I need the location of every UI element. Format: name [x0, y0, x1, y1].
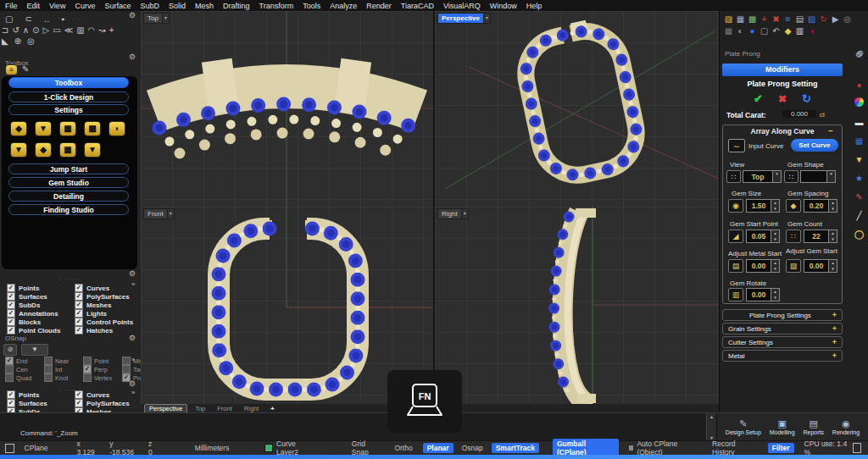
bezel-icon[interactable]: ◆ — [35, 142, 52, 158]
plane-icon[interactable]: ▶ — [830, 14, 841, 25]
hatch-tool-icon[interactable]: ▥ — [76, 25, 84, 36]
spinner[interactable]: ▴▾ — [771, 288, 780, 301]
record-history-toggle[interactable]: Record History — [712, 440, 758, 456]
osnap-toggle[interactable]: Osnap — [462, 444, 483, 452]
globe-icon[interactable]: ◎ — [842, 14, 853, 25]
osnap-disable-icon[interactable]: ⊘ — [3, 344, 17, 356]
curve-tool-icon[interactable]: ∧ — [23, 25, 29, 36]
checkbox-polysurfaces[interactable]: ✓ — [75, 399, 83, 407]
circle-tool-icon[interactable]: ⊙ — [32, 25, 39, 36]
orient-icon[interactable]: ⊕ — [14, 36, 21, 47]
spinner[interactable]: ▴▾ — [771, 199, 780, 213]
spinner[interactable]: ▴▾ — [829, 230, 837, 243]
adjust-metal-start-value[interactable]: 0.00 — [746, 259, 771, 273]
checkbox-surfaces[interactable]: ✓ — [7, 292, 15, 301]
layers-icon[interactable]: ≡ — [782, 14, 793, 25]
grid-snap-toggle[interactable]: Grid Snap — [352, 440, 383, 456]
gem-grid-icon[interactable]: ▩ — [84, 121, 101, 136]
view-dropdown[interactable]: Top ▾ — [743, 170, 782, 183]
menu-edit[interactable]: Edit — [27, 2, 41, 10]
refresh-icon[interactable]: ↻ — [802, 92, 811, 105]
undo-icon[interactable]: ↶ — [771, 25, 782, 36]
spin-down-icon[interactable]: ▾ — [829, 266, 837, 272]
toolbox-button[interactable]: Toolbox — [8, 77, 129, 88]
spiral-icon[interactable]: ◎ — [27, 36, 35, 47]
cplane-button[interactable]: CPlane — [25, 444, 48, 452]
menu-window[interactable]: Window — [490, 2, 517, 10]
chevron-down-icon[interactable]: ▾ — [163, 13, 170, 24]
hemisphere-icon[interactable]: ◐ — [735, 25, 746, 36]
expand-icon[interactable]: + — [832, 311, 837, 319]
menu-visualarq[interactable]: VisualARQ — [443, 2, 481, 10]
viewport-top-label[interactable]: Top▾ — [143, 13, 170, 24]
gem-rotate-value[interactable]: 0.00 — [746, 288, 771, 301]
smarttrack-toggle[interactable]: SmartTrack — [492, 443, 539, 453]
menu-tiaracad[interactable]: TiaraCAD — [401, 2, 434, 10]
checkbox-point[interactable] — [83, 357, 92, 365]
red-pen-icon[interactable]: ✎ — [853, 191, 865, 203]
current-layer[interactable]: Curve Layer2 — [276, 440, 318, 456]
checkbox-cen[interactable] — [5, 365, 14, 373]
pattern-icon[interactable]: ▥ — [794, 25, 805, 36]
units-label[interactable]: Millimeters — [195, 444, 230, 452]
viewport-perspective[interactable]: Perspective▾ — [435, 11, 719, 208]
checkbox-point-clouds[interactable]: ✓ — [7, 326, 15, 335]
expand-icon[interactable]: + — [832, 324, 837, 333]
point-marker-icon[interactable]: + — [109, 25, 114, 36]
checkbox-points[interactable]: ✓ — [7, 390, 15, 399]
filter-toggle[interactable]: Filter — [768, 443, 794, 453]
spin-down-icon[interactable]: ▾ — [829, 236, 837, 242]
gem-start-point-value[interactable]: 0.05 — [746, 230, 771, 243]
viewport-perspective-label[interactable]: Perspective▾ — [437, 13, 491, 24]
lasso-icon[interactable]: ⊂ — [25, 14, 31, 25]
sphere-icon[interactable]: ● — [747, 25, 758, 36]
gem-studio-button[interactable]: Gem Studio — [8, 177, 129, 188]
select-icon[interactable]: ▢ — [5, 14, 13, 25]
checkbox-curves[interactable]: ✓ — [75, 284, 83, 292]
modelling-nav[interactable]: ▣Modelling — [770, 419, 795, 435]
tab-front[interactable]: Front — [213, 405, 236, 412]
menu-view[interactable]: View — [49, 2, 65, 10]
spin-down-icon[interactable]: ▾ — [771, 295, 779, 301]
gem-freeform-icon[interactable]: ◗ — [108, 121, 125, 136]
spinner[interactable]: ▴▾ — [771, 259, 780, 273]
open-icon[interactable]: ▨ — [723, 14, 734, 25]
rectangle-tool-icon[interactable]: ⊐ — [2, 25, 8, 36]
spinner[interactable]: ▴▾ — [829, 199, 837, 213]
gem-shape-dropdown[interactable]: ▾ — [800, 170, 836, 183]
menu-tools[interactable]: Tools — [303, 2, 320, 10]
spin-up-icon[interactable]: ▴ — [771, 260, 779, 266]
section-plate-prong-settings[interactable]: Plate Prong Settings+ — [722, 309, 843, 321]
menu-mesh[interactable]: Mesh — [195, 2, 214, 10]
gem-shape-value[interactable] — [800, 170, 827, 183]
section-metal[interactable]: Metal+ — [722, 350, 843, 362]
rotate-icon[interactable]: ↻ — [818, 14, 829, 25]
color-wheel-icon[interactable]: ◑ — [806, 25, 817, 36]
checkbox-end[interactable]: ✓ — [5, 357, 14, 365]
menu-subd[interactable]: SubD — [140, 2, 159, 10]
checkbox-int[interactable] — [44, 365, 53, 373]
gem-cluster-icon[interactable]: ▦ — [59, 121, 76, 136]
checkbox-lights[interactable]: ✓ — [75, 309, 83, 318]
material-red-icon[interactable]: ● — [853, 79, 865, 91]
scroll-up-icon[interactable]: ▴ — [710, 413, 713, 419]
ring-tool-icon[interactable]: ◯ — [853, 228, 865, 241]
freeform-curve-icon[interactable]: ↝ — [98, 25, 105, 36]
spin-down-icon[interactable]: ▾ — [771, 266, 779, 272]
view-value[interactable]: Top — [743, 170, 773, 183]
section-grain-settings[interactable]: Grain Settings+ — [722, 323, 843, 335]
gear-icon[interactable]: ⚙ — [129, 335, 136, 342]
move-icon[interactable]: + — [759, 14, 770, 25]
tab-edit-icon[interactable]: ✎ — [22, 64, 29, 75]
paint-bucket-icon[interactable]: ◆ — [782, 25, 793, 36]
one-click-design-button[interactable]: 1-Click Design — [8, 91, 129, 102]
checkbox-tan[interactable] — [122, 365, 131, 373]
save-icon[interactable]: ▦ — [735, 14, 746, 25]
polygon-tool-icon[interactable]: ▭ — [53, 25, 60, 36]
stick-tool-icon[interactable]: ╱ — [853, 209, 865, 222]
osnap-filter-icon[interactable]: ▼ — [21, 344, 48, 356]
expand-icon[interactable]: + — [832, 338, 837, 346]
checkbox-control-points[interactable]: ✓ — [75, 318, 83, 326]
viewport-front-label[interactable]: Front▾ — [143, 208, 175, 219]
settings-button[interactable]: Settings — [8, 104, 129, 115]
